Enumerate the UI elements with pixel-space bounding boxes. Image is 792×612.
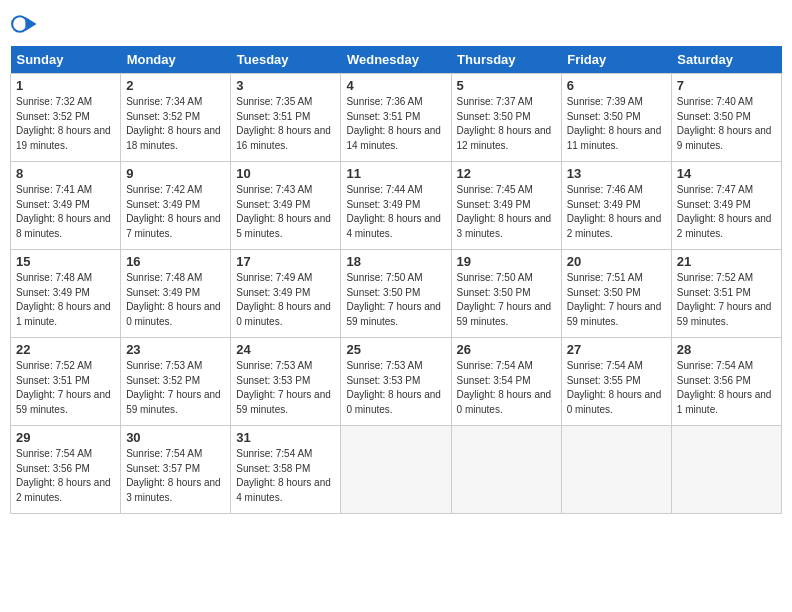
day-info: Sunrise: 7:42 AM Sunset: 3:49 PM Dayligh…: [126, 183, 225, 241]
day-info: Sunrise: 7:39 AM Sunset: 3:50 PM Dayligh…: [567, 95, 666, 153]
day-number: 31: [236, 430, 335, 445]
week-row-2: 8Sunrise: 7:41 AM Sunset: 3:49 PM Daylig…: [11, 162, 782, 250]
col-header-thursday: Thursday: [451, 46, 561, 74]
day-number: 30: [126, 430, 225, 445]
logo: [10, 10, 42, 38]
day-info: Sunrise: 7:46 AM Sunset: 3:49 PM Dayligh…: [567, 183, 666, 241]
calendar-cell: 4Sunrise: 7:36 AM Sunset: 3:51 PM Daylig…: [341, 74, 451, 162]
day-number: 5: [457, 78, 556, 93]
day-info: Sunrise: 7:34 AM Sunset: 3:52 PM Dayligh…: [126, 95, 225, 153]
day-number: 20: [567, 254, 666, 269]
page-header: [10, 10, 782, 38]
day-info: Sunrise: 7:44 AM Sunset: 3:49 PM Dayligh…: [346, 183, 445, 241]
calendar-cell: [671, 426, 781, 514]
day-info: Sunrise: 7:54 AM Sunset: 3:58 PM Dayligh…: [236, 447, 335, 505]
day-info: Sunrise: 7:53 AM Sunset: 3:53 PM Dayligh…: [346, 359, 445, 417]
day-number: 9: [126, 166, 225, 181]
calendar-cell: 11Sunrise: 7:44 AM Sunset: 3:49 PM Dayli…: [341, 162, 451, 250]
day-info: Sunrise: 7:37 AM Sunset: 3:50 PM Dayligh…: [457, 95, 556, 153]
calendar-cell: [341, 426, 451, 514]
calendar-cell: 15Sunrise: 7:48 AM Sunset: 3:49 PM Dayli…: [11, 250, 121, 338]
calendar-cell: 8Sunrise: 7:41 AM Sunset: 3:49 PM Daylig…: [11, 162, 121, 250]
calendar-cell: 16Sunrise: 7:48 AM Sunset: 3:49 PM Dayli…: [121, 250, 231, 338]
calendar-cell: [451, 426, 561, 514]
day-info: Sunrise: 7:54 AM Sunset: 3:57 PM Dayligh…: [126, 447, 225, 505]
col-header-friday: Friday: [561, 46, 671, 74]
calendar-cell: 24Sunrise: 7:53 AM Sunset: 3:53 PM Dayli…: [231, 338, 341, 426]
day-number: 21: [677, 254, 776, 269]
day-number: 2: [126, 78, 225, 93]
day-number: 22: [16, 342, 115, 357]
day-number: 12: [457, 166, 556, 181]
calendar-cell: 2Sunrise: 7:34 AM Sunset: 3:52 PM Daylig…: [121, 74, 231, 162]
calendar-cell: 7Sunrise: 7:40 AM Sunset: 3:50 PM Daylig…: [671, 74, 781, 162]
col-header-sunday: Sunday: [11, 46, 121, 74]
col-header-wednesday: Wednesday: [341, 46, 451, 74]
day-info: Sunrise: 7:47 AM Sunset: 3:49 PM Dayligh…: [677, 183, 776, 241]
calendar-table: SundayMondayTuesdayWednesdayThursdayFrid…: [10, 46, 782, 514]
calendar-cell: [561, 426, 671, 514]
calendar-cell: 20Sunrise: 7:51 AM Sunset: 3:50 PM Dayli…: [561, 250, 671, 338]
calendar-cell: 25Sunrise: 7:53 AM Sunset: 3:53 PM Dayli…: [341, 338, 451, 426]
calendar-cell: 21Sunrise: 7:52 AM Sunset: 3:51 PM Dayli…: [671, 250, 781, 338]
week-row-5: 29Sunrise: 7:54 AM Sunset: 3:56 PM Dayli…: [11, 426, 782, 514]
calendar-cell: 17Sunrise: 7:49 AM Sunset: 3:49 PM Dayli…: [231, 250, 341, 338]
day-info: Sunrise: 7:54 AM Sunset: 3:56 PM Dayligh…: [16, 447, 115, 505]
calendar-cell: 28Sunrise: 7:54 AM Sunset: 3:56 PM Dayli…: [671, 338, 781, 426]
day-info: Sunrise: 7:52 AM Sunset: 3:51 PM Dayligh…: [677, 271, 776, 329]
calendar-cell: 3Sunrise: 7:35 AM Sunset: 3:51 PM Daylig…: [231, 74, 341, 162]
day-number: 23: [126, 342, 225, 357]
calendar-cell: 19Sunrise: 7:50 AM Sunset: 3:50 PM Dayli…: [451, 250, 561, 338]
day-info: Sunrise: 7:48 AM Sunset: 3:49 PM Dayligh…: [16, 271, 115, 329]
day-number: 13: [567, 166, 666, 181]
day-info: Sunrise: 7:43 AM Sunset: 3:49 PM Dayligh…: [236, 183, 335, 241]
calendar-cell: 27Sunrise: 7:54 AM Sunset: 3:55 PM Dayli…: [561, 338, 671, 426]
day-number: 6: [567, 78, 666, 93]
day-number: 29: [16, 430, 115, 445]
day-number: 19: [457, 254, 556, 269]
calendar-cell: 26Sunrise: 7:54 AM Sunset: 3:54 PM Dayli…: [451, 338, 561, 426]
day-info: Sunrise: 7:45 AM Sunset: 3:49 PM Dayligh…: [457, 183, 556, 241]
day-info: Sunrise: 7:48 AM Sunset: 3:49 PM Dayligh…: [126, 271, 225, 329]
day-number: 11: [346, 166, 445, 181]
calendar-cell: 12Sunrise: 7:45 AM Sunset: 3:49 PM Dayli…: [451, 162, 561, 250]
day-info: Sunrise: 7:54 AM Sunset: 3:55 PM Dayligh…: [567, 359, 666, 417]
day-info: Sunrise: 7:50 AM Sunset: 3:50 PM Dayligh…: [346, 271, 445, 329]
calendar-cell: 1Sunrise: 7:32 AM Sunset: 3:52 PM Daylig…: [11, 74, 121, 162]
calendar-cell: 13Sunrise: 7:46 AM Sunset: 3:49 PM Dayli…: [561, 162, 671, 250]
day-info: Sunrise: 7:51 AM Sunset: 3:50 PM Dayligh…: [567, 271, 666, 329]
day-number: 16: [126, 254, 225, 269]
col-header-saturday: Saturday: [671, 46, 781, 74]
day-number: 26: [457, 342, 556, 357]
calendar-cell: 6Sunrise: 7:39 AM Sunset: 3:50 PM Daylig…: [561, 74, 671, 162]
day-info: Sunrise: 7:49 AM Sunset: 3:49 PM Dayligh…: [236, 271, 335, 329]
day-number: 27: [567, 342, 666, 357]
calendar-cell: 9Sunrise: 7:42 AM Sunset: 3:49 PM Daylig…: [121, 162, 231, 250]
day-number: 10: [236, 166, 335, 181]
day-info: Sunrise: 7:50 AM Sunset: 3:50 PM Dayligh…: [457, 271, 556, 329]
week-row-1: 1Sunrise: 7:32 AM Sunset: 3:52 PM Daylig…: [11, 74, 782, 162]
day-info: Sunrise: 7:53 AM Sunset: 3:52 PM Dayligh…: [126, 359, 225, 417]
calendar-cell: 31Sunrise: 7:54 AM Sunset: 3:58 PM Dayli…: [231, 426, 341, 514]
header-row: SundayMondayTuesdayWednesdayThursdayFrid…: [11, 46, 782, 74]
day-number: 14: [677, 166, 776, 181]
svg-point-0: [12, 16, 27, 31]
day-info: Sunrise: 7:54 AM Sunset: 3:56 PM Dayligh…: [677, 359, 776, 417]
svg-marker-1: [25, 17, 36, 31]
day-number: 24: [236, 342, 335, 357]
calendar-cell: 22Sunrise: 7:52 AM Sunset: 3:51 PM Dayli…: [11, 338, 121, 426]
day-number: 15: [16, 254, 115, 269]
day-info: Sunrise: 7:35 AM Sunset: 3:51 PM Dayligh…: [236, 95, 335, 153]
day-info: Sunrise: 7:41 AM Sunset: 3:49 PM Dayligh…: [16, 183, 115, 241]
day-info: Sunrise: 7:40 AM Sunset: 3:50 PM Dayligh…: [677, 95, 776, 153]
day-number: 8: [16, 166, 115, 181]
col-header-monday: Monday: [121, 46, 231, 74]
day-number: 4: [346, 78, 445, 93]
day-info: Sunrise: 7:36 AM Sunset: 3:51 PM Dayligh…: [346, 95, 445, 153]
col-header-tuesday: Tuesday: [231, 46, 341, 74]
day-number: 25: [346, 342, 445, 357]
day-info: Sunrise: 7:52 AM Sunset: 3:51 PM Dayligh…: [16, 359, 115, 417]
day-number: 7: [677, 78, 776, 93]
week-row-3: 15Sunrise: 7:48 AM Sunset: 3:49 PM Dayli…: [11, 250, 782, 338]
week-row-4: 22Sunrise: 7:52 AM Sunset: 3:51 PM Dayli…: [11, 338, 782, 426]
